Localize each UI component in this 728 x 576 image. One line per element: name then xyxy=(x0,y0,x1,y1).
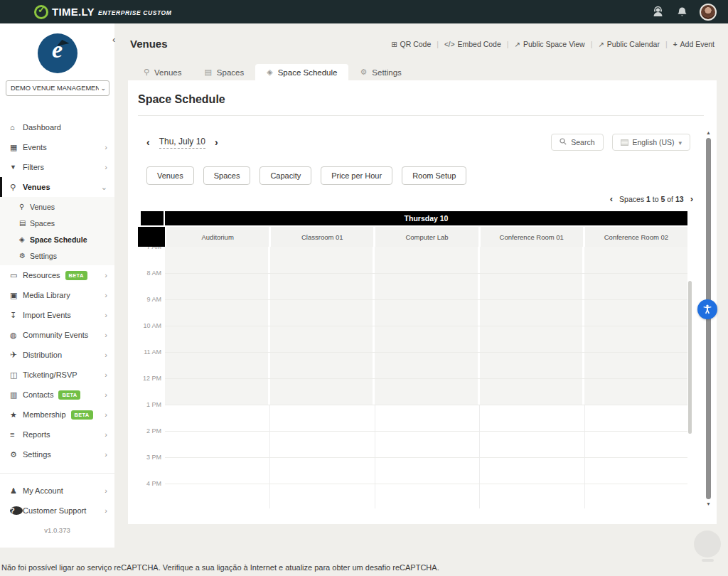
schedule-cell[interactable] xyxy=(165,432,267,457)
schedule-cell[interactable] xyxy=(165,247,268,273)
schedule-cell[interactable] xyxy=(584,326,687,352)
sidebar-item-venues[interactable]: ⚲ Venues ⌄ xyxy=(0,177,114,197)
schedule-cell[interactable] xyxy=(270,274,373,299)
space-column-header[interactable]: Classroom 01 xyxy=(271,227,373,247)
schedule-cell[interactable] xyxy=(165,484,267,508)
schedule-cell[interactable] xyxy=(375,274,478,299)
date-picker[interactable]: Thu, July 10 xyxy=(159,137,205,149)
filter-button[interactable]: Venues xyxy=(146,166,194,185)
schedule-cell[interactable] xyxy=(270,247,373,273)
schedule-cell[interactable] xyxy=(584,353,687,378)
sidebar-item[interactable]: ⌂ Dashboard xyxy=(0,117,114,137)
sidebar-item[interactable]: ◫ Ticketing/RSVP › xyxy=(0,365,114,385)
sidebar-item[interactable]: ▦ Events › xyxy=(0,137,114,157)
collapse-sidebar-icon[interactable]: ‹ xyxy=(112,34,115,45)
space-column-header[interactable]: Computer Lab xyxy=(375,227,478,247)
header-action[interactable]: ↗ Public Calendar xyxy=(598,40,673,48)
org-select[interactable]: DEMO VENUE MANAGEMENT ⌄ xyxy=(6,80,109,96)
language-select[interactable]: English (US) xyxy=(612,134,690,151)
sidebar-item[interactable]: ▥ Contacts BETA › xyxy=(0,385,114,405)
schedule-cell[interactable] xyxy=(480,247,583,273)
schedule-cell[interactable] xyxy=(375,379,478,405)
schedule-cell[interactable] xyxy=(165,274,268,299)
schedule-cell[interactable] xyxy=(375,458,478,484)
schedule-cell[interactable] xyxy=(165,379,268,405)
schedule-cell[interactable] xyxy=(270,326,373,352)
schedule-cell[interactable] xyxy=(165,326,268,352)
schedule-cell[interactable] xyxy=(584,405,687,431)
schedule-cell[interactable] xyxy=(269,458,373,484)
schedule-cell[interactable] xyxy=(375,326,478,352)
sidebar-item[interactable]: ✈ Distribution › xyxy=(0,345,114,365)
sidebar-item[interactable]: ≡ Reports › xyxy=(0,425,114,444)
submenu-item[interactable]: ⚲ Venues xyxy=(0,198,114,215)
schedule-cell[interactable] xyxy=(375,432,478,457)
schedule-cell[interactable] xyxy=(584,379,687,405)
schedule-cell[interactable] xyxy=(269,432,373,457)
schedule-cell[interactable] xyxy=(375,247,478,273)
schedule-cell[interactable] xyxy=(479,432,582,457)
sidebar-footer-item[interactable]: ♟ My Account › xyxy=(0,481,114,501)
submenu-item[interactable]: ⚙ Settings xyxy=(0,247,114,264)
filter-button[interactable]: Price per Hour xyxy=(321,166,392,185)
schedule-cell[interactable] xyxy=(375,353,478,378)
schedule-cell[interactable] xyxy=(584,458,687,484)
support-headset-icon[interactable] xyxy=(651,6,664,18)
schedule-cell[interactable] xyxy=(165,458,267,484)
sidebar-item[interactable]: ▼ Filters › xyxy=(0,157,114,177)
schedule-cell[interactable] xyxy=(584,300,687,326)
panel-scrollbar[interactable]: ▲ ▼ xyxy=(705,130,712,511)
schedule-cell[interactable] xyxy=(584,432,687,457)
sidebar-item[interactable]: ⚙ Settings › xyxy=(0,444,114,464)
space-column-header[interactable]: Auditorium xyxy=(166,227,269,247)
submenu-item[interactable]: ◈ Space Schedule xyxy=(0,231,114,247)
header-action[interactable]: </> Embed Code xyxy=(444,40,515,48)
next-day-icon[interactable] xyxy=(215,137,218,148)
prev-spaces-icon[interactable] xyxy=(610,193,613,204)
schedule-cell[interactable] xyxy=(584,484,687,508)
schedule-cell[interactable] xyxy=(584,274,687,299)
prev-day-icon[interactable] xyxy=(146,137,150,148)
space-column-header[interactable]: Conference Room 02 xyxy=(585,227,687,247)
scroll-down-icon[interactable]: ▼ xyxy=(705,501,712,507)
schedule-cell[interactable] xyxy=(375,405,478,431)
schedule-cell[interactable] xyxy=(479,484,582,508)
sidebar-footer-item[interactable]: ? Customer Support › xyxy=(0,501,114,521)
tab[interactable]: ▤ Spaces xyxy=(193,64,255,80)
schedule-cell[interactable] xyxy=(479,405,582,431)
schedule-cell[interactable] xyxy=(165,300,268,326)
submenu-item[interactable]: ▤ Spaces xyxy=(0,215,114,231)
schedule-cell[interactable] xyxy=(480,274,583,299)
schedule-cell[interactable] xyxy=(270,353,373,378)
schedule-cell[interactable] xyxy=(480,300,583,326)
schedule-cell[interactable] xyxy=(480,326,583,352)
sidebar-item[interactable]: ▣ Media Library › xyxy=(0,285,114,305)
schedule-cell[interactable] xyxy=(480,353,583,378)
sidebar-item[interactable]: ↧ Import Events › xyxy=(0,305,114,325)
schedule-cell[interactable] xyxy=(270,379,373,405)
tab[interactable]: ⚲ Venues xyxy=(132,64,193,80)
schedule-cell[interactable] xyxy=(375,484,478,508)
header-action[interactable]: ↗ Public Space View xyxy=(515,40,599,48)
next-spaces-icon[interactable] xyxy=(690,193,693,204)
schedule-scrollbar[interactable] xyxy=(688,281,692,434)
filter-button[interactable]: Room Setup xyxy=(402,166,466,185)
tab[interactable]: ⚙ Settings xyxy=(348,64,412,80)
schedule-cell[interactable] xyxy=(479,458,582,484)
filter-button[interactable]: Spaces xyxy=(203,166,251,185)
header-action[interactable]: ⊞ QR Code xyxy=(391,40,444,48)
schedule-cell[interactable] xyxy=(270,300,373,326)
search-button[interactable]: Search xyxy=(551,134,603,151)
header-action[interactable]: + Add Event xyxy=(673,40,714,48)
schedule-cell[interactable] xyxy=(165,405,267,431)
schedule-cell[interactable] xyxy=(269,405,373,431)
sidebar-item[interactable]: ◍ Community Events › xyxy=(0,325,114,345)
space-column-header[interactable]: Conference Room 01 xyxy=(481,227,583,247)
schedule-cell[interactable] xyxy=(584,247,687,273)
sidebar-item[interactable]: ▭ Resources BETA › xyxy=(0,265,114,285)
scroll-up-icon[interactable]: ▲ xyxy=(705,130,712,136)
schedule-cell[interactable] xyxy=(375,300,478,326)
accessibility-button[interactable] xyxy=(697,299,717,319)
notifications-bell-icon[interactable] xyxy=(675,6,688,18)
sidebar-item[interactable]: ★ Membership BETA › xyxy=(0,405,114,425)
